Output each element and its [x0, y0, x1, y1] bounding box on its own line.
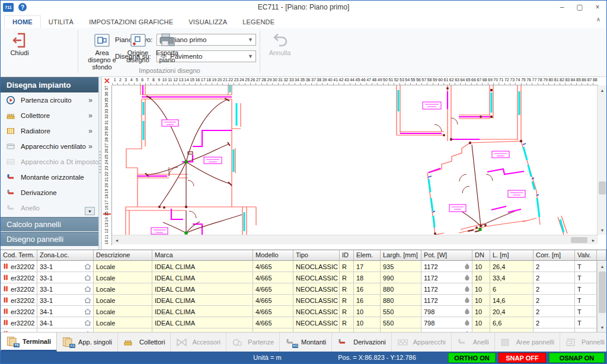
- table-scroll-thumb[interactable]: [599, 272, 606, 313]
- cell-largh[interactable]: 880: [381, 283, 421, 294]
- cell-marca[interactable]: IDEAL CLIMA: [152, 295, 253, 305]
- scroll-up-icon[interactable]: ▲: [598, 261, 606, 271]
- cell-tipo[interactable]: NEOCLASSIC: [293, 261, 340, 272]
- scroll-down-icon[interactable]: ▼: [598, 323, 606, 332]
- cell-desc[interactable]: Locale: [94, 261, 152, 272]
- cell-id[interactable]: R: [340, 306, 354, 317]
- annulla-button[interactable]: Annulla: [265, 31, 295, 56]
- cell-elem[interactable]: 10: [354, 317, 381, 328]
- cell-largh[interactable]: 550: [381, 317, 421, 328]
- cell-dn[interactable]: 10: [472, 272, 490, 283]
- table-row[interactable]: er3220233-1LocaleIDEAL CLIMA4/665NEOCLAS…: [1, 261, 606, 272]
- sidebar-item-apparecchio-ventilato[interactable]: Apparecchio ventilato»: [1, 139, 98, 154]
- tab-app-singoli[interactable]: ASApp. singoli: [57, 333, 118, 352]
- cell-corr[interactable]: 2: [533, 272, 575, 283]
- cell-marca[interactable]: IDEAL CLIMA: [152, 317, 253, 328]
- column-header-marca[interactable]: Marca: [152, 250, 253, 260]
- cell-l[interactable]: 6: [490, 283, 533, 294]
- cell-pot[interactable]: 1172: [421, 272, 472, 283]
- cell-tipo[interactable]: NEOCLASSIC: [293, 272, 340, 283]
- sidebar-item-collettore[interactable]: Collettore»: [1, 108, 98, 123]
- column-header-elem[interactable]: Elem.: [354, 250, 381, 260]
- cell-pot[interactable]: 1172: [421, 295, 472, 305]
- table-vertical-scrollbar[interactable]: ▲▼: [597, 261, 606, 332]
- toggle-ortho-on[interactable]: ORTHO ON: [448, 353, 496, 363]
- table-row[interactable]: er3220233-1LocaleIDEAL CLIMA4/665NEOCLAS…: [1, 295, 606, 306]
- ribbon-tab-home[interactable]: HOME: [4, 15, 41, 28]
- ribbon-tab-visualizza[interactable]: VISUALIZZA: [181, 16, 235, 28]
- area-disegno-e-sfondo-button[interactable]: Area disegno e sfondo: [84, 31, 120, 71]
- cell-l[interactable]: 26,4: [490, 261, 533, 272]
- cell-desc[interactable]: Locale: [94, 283, 152, 294]
- tab-terminali[interactable]: TETerminali: [1, 333, 57, 352]
- sidebar-item-derivazione[interactable]: Derivazione: [1, 185, 98, 200]
- cell-id[interactable]: R: [340, 295, 354, 305]
- cell-cod[interactable]: er32202: [1, 283, 37, 294]
- cell-modello[interactable]: 4/665: [253, 283, 293, 294]
- cell-pot[interactable]: 1172: [421, 261, 472, 272]
- column-header-valv[interactable]: Valv.: [575, 250, 597, 260]
- sidebar-section-calcolo-pannelli[interactable]: Calcolo pannelli: [1, 217, 98, 231]
- column-header-dn[interactable]: DN: [472, 250, 490, 260]
- origine-disegno-button[interactable]: Origine disegno: [124, 31, 152, 63]
- column-header-largh-mm[interactable]: Largh. [mm]: [381, 250, 421, 260]
- column-header-cod-term[interactable]: Cod. Term.: [1, 250, 37, 260]
- sidebar-item-montante-orizzontale[interactable]: Montante orizzontale: [1, 170, 98, 185]
- close-drawing-icon[interactable]: ✕: [102, 77, 112, 85]
- cell-elem[interactable]: 17: [354, 261, 381, 272]
- cell-corr[interactable]: 2: [533, 261, 575, 272]
- scroll-up-icon[interactable]: ▲: [598, 85, 607, 95]
- cell-zona[interactable]: 34-1: [37, 317, 94, 328]
- cell-desc[interactable]: Locale: [94, 317, 152, 328]
- close-button[interactable]: ×: [589, 1, 606, 13]
- cell-marca[interactable]: IDEAL CLIMA: [152, 306, 253, 317]
- cell-largh[interactable]: 935: [381, 261, 421, 272]
- esporta-piano-button[interactable]: Esporta piano: [155, 31, 179, 63]
- cell-elem[interactable]: 18: [354, 272, 381, 283]
- table-row[interactable]: er3220234-1LocaleIDEAL CLIMA4/665NEOCLAS…: [1, 317, 606, 328]
- cell-dn[interactable]: 10: [472, 261, 490, 272]
- column-header-tipo[interactable]: Tipo: [293, 250, 340, 260]
- cell-desc[interactable]: Locale: [94, 272, 152, 283]
- collapse-ribbon-icon[interactable]: ∧: [596, 16, 600, 23]
- ribbon-tab-utilit[interactable]: UTILITÀ: [41, 16, 81, 28]
- cell-marca[interactable]: IDEAL CLIMA: [152, 261, 253, 272]
- sidebar-section-disegno-pannelli[interactable]: Disegno pannelli: [1, 232, 98, 246]
- canvas-horizontal-scrollbar[interactable]: ◄ ►: [112, 235, 598, 244]
- cell-zona[interactable]: 33-1: [37, 272, 94, 283]
- table-row[interactable]: er3220233-1LocaleIDEAL CLIMA4/665NEOCLAS…: [1, 283, 606, 295]
- cell-modello[interactable]: 4/665: [253, 272, 293, 283]
- cell-cod[interactable]: er32202: [1, 306, 37, 317]
- cell-corr[interactable]: 2: [533, 295, 575, 305]
- column-header-descrizione[interactable]: Descrizione: [94, 250, 152, 260]
- tab-derivazioni[interactable]: Derivazioni: [332, 333, 391, 352]
- horizontal-scroll-thumb[interactable]: [571, 237, 587, 243]
- cell-valv[interactable]: T: [575, 283, 597, 294]
- cell-modello[interactable]: 4/665: [253, 295, 293, 305]
- cell-dn[interactable]: 10: [472, 283, 490, 294]
- tab-collettori[interactable]: Collettori: [118, 333, 171, 352]
- cell-tipo[interactable]: NEOCLASSIC: [293, 295, 340, 305]
- expand-chevron-icon[interactable]: »: [88, 96, 92, 104]
- column-header-pot-w[interactable]: Pot. [W]: [421, 250, 472, 260]
- cell-valv[interactable]: T: [575, 317, 597, 328]
- expand-chevron-icon[interactable]: »: [88, 127, 92, 135]
- cell-tipo[interactable]: NEOCLASSIC: [293, 306, 340, 317]
- cell-elem[interactable]: 16: [354, 295, 381, 305]
- column-header-id[interactable]: ID: [340, 250, 354, 260]
- column-header-zona-loc[interactable]: Zona-Loc.: [37, 250, 94, 260]
- cell-modello[interactable]: 4/665: [253, 306, 293, 317]
- cell-dn[interactable]: 10: [472, 306, 490, 317]
- cell-zona[interactable]: 34-1: [37, 306, 94, 317]
- expand-chevron-icon[interactable]: »: [88, 142, 92, 151]
- scroll-right-icon[interactable]: ►: [589, 235, 598, 245]
- cell-tipo[interactable]: NEOCLASSIC: [293, 317, 340, 328]
- cell-elem[interactable]: 10: [354, 306, 381, 317]
- cell-id[interactable]: R: [340, 283, 354, 294]
- cell-l[interactable]: 33,4: [490, 272, 533, 283]
- cell-desc[interactable]: Locale: [94, 295, 152, 305]
- cell-pot[interactable]: 1172: [421, 283, 472, 294]
- cell-largh[interactable]: 990: [381, 272, 421, 283]
- table-row[interactable]: er3220234-1LocaleIDEAL CLIMA4/665NEOCLAS…: [1, 306, 606, 317]
- sidebar-item-partenza-circuito[interactable]: Partenza circuito»: [1, 92, 98, 108]
